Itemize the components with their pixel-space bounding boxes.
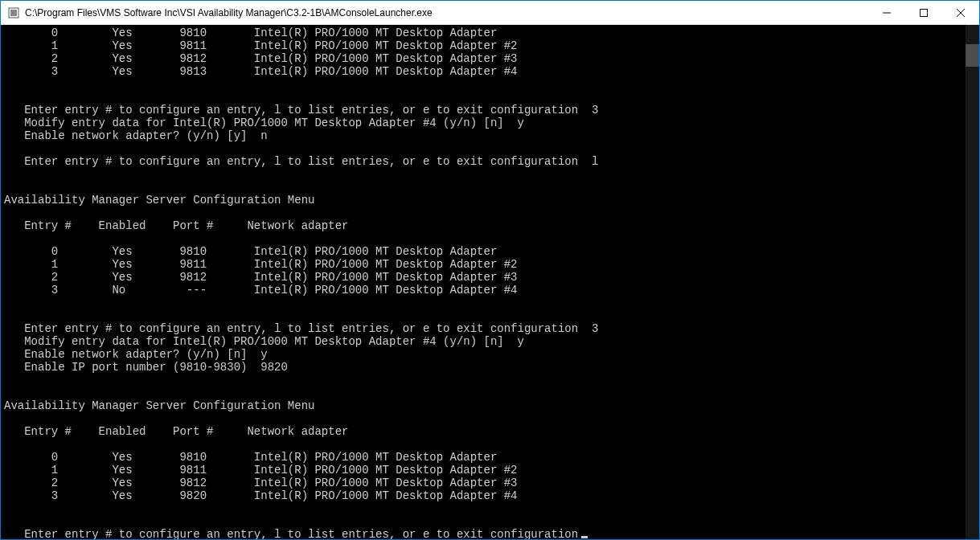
console-cursor bbox=[581, 536, 588, 538]
titlebar[interactable]: C:\Program Files\VMS Software Inc\VSI Av… bbox=[1, 1, 979, 25]
app-icon bbox=[7, 6, 20, 19]
vertical-scrollbar[interactable] bbox=[966, 25, 979, 539]
window-title: C:\Program Files\VMS Software Inc\VSI Av… bbox=[25, 7, 868, 18]
maximize-button[interactable] bbox=[905, 1, 942, 25]
scrollbar-thumb[interactable] bbox=[966, 44, 979, 67]
svg-rect-1 bbox=[10, 10, 17, 16]
console-output[interactable]: 0 Yes 9810 Intel(R) PRO/1000 MT Desktop … bbox=[1, 25, 979, 539]
console-text: 0 Yes 9810 Intel(R) PRO/1000 MT Desktop … bbox=[4, 27, 979, 539]
minimize-button[interactable] bbox=[868, 1, 905, 25]
close-button[interactable] bbox=[942, 1, 979, 25]
svg-rect-3 bbox=[921, 9, 928, 16]
